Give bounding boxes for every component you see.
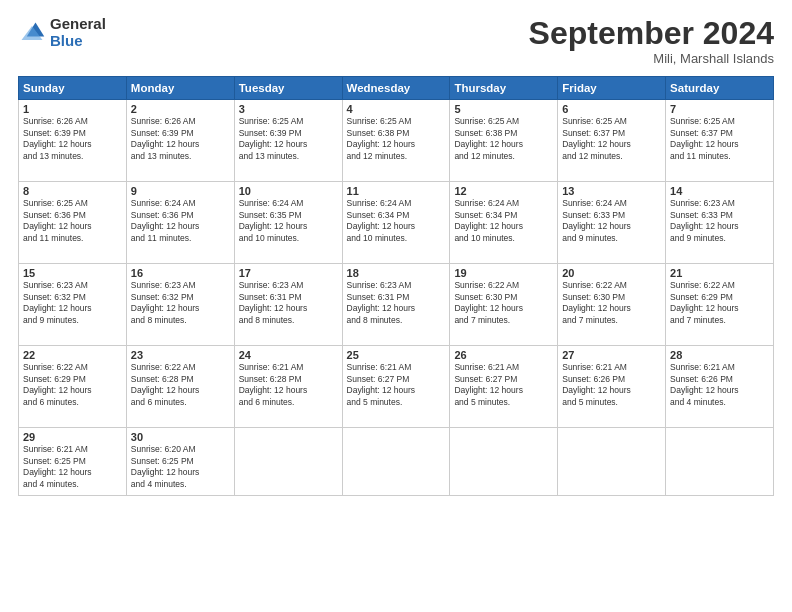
- day-number: 20: [562, 267, 661, 279]
- calendar-cell: 23Sunrise: 6:22 AM Sunset: 6:28 PM Dayli…: [126, 346, 234, 428]
- cell-info: Sunrise: 6:25 AM Sunset: 6:36 PM Dayligh…: [23, 198, 122, 244]
- day-number: 19: [454, 267, 553, 279]
- calendar-cell: 30Sunrise: 6:20 AM Sunset: 6:25 PM Dayli…: [126, 428, 234, 496]
- cell-info: Sunrise: 6:26 AM Sunset: 6:39 PM Dayligh…: [23, 116, 122, 162]
- cell-info: Sunrise: 6:23 AM Sunset: 6:31 PM Dayligh…: [239, 280, 338, 326]
- day-number: 5: [454, 103, 553, 115]
- day-number: 21: [670, 267, 769, 279]
- calendar-cell: 22Sunrise: 6:22 AM Sunset: 6:29 PM Dayli…: [19, 346, 127, 428]
- calendar-week-4: 22Sunrise: 6:22 AM Sunset: 6:29 PM Dayli…: [19, 346, 774, 428]
- calendar-cell: 18Sunrise: 6:23 AM Sunset: 6:31 PM Dayli…: [342, 264, 450, 346]
- cell-info: Sunrise: 6:20 AM Sunset: 6:25 PM Dayligh…: [131, 444, 230, 490]
- day-number: 26: [454, 349, 553, 361]
- weekday-header-monday: Monday: [126, 77, 234, 100]
- logo-text: General Blue: [50, 16, 106, 49]
- title-block: September 2024 Mili, Marshall Islands: [529, 16, 774, 66]
- calendar-cell: 8Sunrise: 6:25 AM Sunset: 6:36 PM Daylig…: [19, 182, 127, 264]
- calendar-cell: 15Sunrise: 6:23 AM Sunset: 6:32 PM Dayli…: [19, 264, 127, 346]
- calendar-cell: 5Sunrise: 6:25 AM Sunset: 6:38 PM Daylig…: [450, 100, 558, 182]
- month-title: September 2024: [529, 16, 774, 51]
- cell-info: Sunrise: 6:24 AM Sunset: 6:34 PM Dayligh…: [454, 198, 553, 244]
- cell-info: Sunrise: 6:25 AM Sunset: 6:37 PM Dayligh…: [562, 116, 661, 162]
- day-number: 12: [454, 185, 553, 197]
- calendar-cell: 19Sunrise: 6:22 AM Sunset: 6:30 PM Dayli…: [450, 264, 558, 346]
- calendar-cell: [666, 428, 774, 496]
- cell-info: Sunrise: 6:22 AM Sunset: 6:30 PM Dayligh…: [454, 280, 553, 326]
- day-number: 28: [670, 349, 769, 361]
- day-number: 23: [131, 349, 230, 361]
- cell-info: Sunrise: 6:24 AM Sunset: 6:35 PM Dayligh…: [239, 198, 338, 244]
- day-number: 7: [670, 103, 769, 115]
- calendar-week-2: 8Sunrise: 6:25 AM Sunset: 6:36 PM Daylig…: [19, 182, 774, 264]
- day-number: 9: [131, 185, 230, 197]
- weekday-header-row: SundayMondayTuesdayWednesdayThursdayFrid…: [19, 77, 774, 100]
- cell-info: Sunrise: 6:24 AM Sunset: 6:34 PM Dayligh…: [347, 198, 446, 244]
- day-number: 15: [23, 267, 122, 279]
- calendar-cell: 4Sunrise: 6:25 AM Sunset: 6:38 PM Daylig…: [342, 100, 450, 182]
- calendar-cell: 10Sunrise: 6:24 AM Sunset: 6:35 PM Dayli…: [234, 182, 342, 264]
- cell-info: Sunrise: 6:22 AM Sunset: 6:28 PM Dayligh…: [131, 362, 230, 408]
- cell-info: Sunrise: 6:22 AM Sunset: 6:29 PM Dayligh…: [23, 362, 122, 408]
- location: Mili, Marshall Islands: [529, 51, 774, 66]
- day-number: 2: [131, 103, 230, 115]
- calendar-table: SundayMondayTuesdayWednesdayThursdayFrid…: [18, 76, 774, 496]
- logo-blue: Blue: [50, 33, 106, 50]
- day-number: 3: [239, 103, 338, 115]
- calendar-week-1: 1Sunrise: 6:26 AM Sunset: 6:39 PM Daylig…: [19, 100, 774, 182]
- day-number: 29: [23, 431, 122, 443]
- day-number: 27: [562, 349, 661, 361]
- calendar-cell: 13Sunrise: 6:24 AM Sunset: 6:33 PM Dayli…: [558, 182, 666, 264]
- weekday-header-friday: Friday: [558, 77, 666, 100]
- calendar-cell: [342, 428, 450, 496]
- cell-info: Sunrise: 6:21 AM Sunset: 6:26 PM Dayligh…: [670, 362, 769, 408]
- cell-info: Sunrise: 6:23 AM Sunset: 6:31 PM Dayligh…: [347, 280, 446, 326]
- weekday-header-thursday: Thursday: [450, 77, 558, 100]
- day-number: 25: [347, 349, 446, 361]
- logo-general: General: [50, 16, 106, 33]
- calendar-cell: 12Sunrise: 6:24 AM Sunset: 6:34 PM Dayli…: [450, 182, 558, 264]
- cell-info: Sunrise: 6:21 AM Sunset: 6:28 PM Dayligh…: [239, 362, 338, 408]
- calendar-cell: 28Sunrise: 6:21 AM Sunset: 6:26 PM Dayli…: [666, 346, 774, 428]
- cell-info: Sunrise: 6:21 AM Sunset: 6:27 PM Dayligh…: [454, 362, 553, 408]
- weekday-header-tuesday: Tuesday: [234, 77, 342, 100]
- calendar-cell: 1Sunrise: 6:26 AM Sunset: 6:39 PM Daylig…: [19, 100, 127, 182]
- cell-info: Sunrise: 6:26 AM Sunset: 6:39 PM Dayligh…: [131, 116, 230, 162]
- calendar-cell: 26Sunrise: 6:21 AM Sunset: 6:27 PM Dayli…: [450, 346, 558, 428]
- calendar-cell: 7Sunrise: 6:25 AM Sunset: 6:37 PM Daylig…: [666, 100, 774, 182]
- calendar-cell: 2Sunrise: 6:26 AM Sunset: 6:39 PM Daylig…: [126, 100, 234, 182]
- calendar-cell: 11Sunrise: 6:24 AM Sunset: 6:34 PM Dayli…: [342, 182, 450, 264]
- page: General Blue September 2024 Mili, Marsha…: [0, 0, 792, 612]
- logo: General Blue: [18, 16, 106, 49]
- day-number: 24: [239, 349, 338, 361]
- day-number: 14: [670, 185, 769, 197]
- cell-info: Sunrise: 6:25 AM Sunset: 6:38 PM Dayligh…: [347, 116, 446, 162]
- calendar-cell: 6Sunrise: 6:25 AM Sunset: 6:37 PM Daylig…: [558, 100, 666, 182]
- cell-info: Sunrise: 6:25 AM Sunset: 6:37 PM Dayligh…: [670, 116, 769, 162]
- calendar-cell: 16Sunrise: 6:23 AM Sunset: 6:32 PM Dayli…: [126, 264, 234, 346]
- calendar-cell: 21Sunrise: 6:22 AM Sunset: 6:29 PM Dayli…: [666, 264, 774, 346]
- day-number: 10: [239, 185, 338, 197]
- day-number: 22: [23, 349, 122, 361]
- calendar-cell: [450, 428, 558, 496]
- cell-info: Sunrise: 6:23 AM Sunset: 6:32 PM Dayligh…: [23, 280, 122, 326]
- calendar-cell: 24Sunrise: 6:21 AM Sunset: 6:28 PM Dayli…: [234, 346, 342, 428]
- day-number: 13: [562, 185, 661, 197]
- calendar-week-5: 29Sunrise: 6:21 AM Sunset: 6:25 PM Dayli…: [19, 428, 774, 496]
- calendar-cell: [234, 428, 342, 496]
- day-number: 8: [23, 185, 122, 197]
- day-number: 17: [239, 267, 338, 279]
- cell-info: Sunrise: 6:25 AM Sunset: 6:38 PM Dayligh…: [454, 116, 553, 162]
- cell-info: Sunrise: 6:21 AM Sunset: 6:27 PM Dayligh…: [347, 362, 446, 408]
- cell-info: Sunrise: 6:22 AM Sunset: 6:29 PM Dayligh…: [670, 280, 769, 326]
- cell-info: Sunrise: 6:23 AM Sunset: 6:33 PM Dayligh…: [670, 198, 769, 244]
- logo-icon: [18, 19, 46, 47]
- calendar-cell: 27Sunrise: 6:21 AM Sunset: 6:26 PM Dayli…: [558, 346, 666, 428]
- day-number: 16: [131, 267, 230, 279]
- calendar-week-3: 15Sunrise: 6:23 AM Sunset: 6:32 PM Dayli…: [19, 264, 774, 346]
- day-number: 6: [562, 103, 661, 115]
- day-number: 1: [23, 103, 122, 115]
- cell-info: Sunrise: 6:21 AM Sunset: 6:26 PM Dayligh…: [562, 362, 661, 408]
- calendar-cell: 17Sunrise: 6:23 AM Sunset: 6:31 PM Dayli…: [234, 264, 342, 346]
- calendar-cell: 29Sunrise: 6:21 AM Sunset: 6:25 PM Dayli…: [19, 428, 127, 496]
- calendar-cell: 3Sunrise: 6:25 AM Sunset: 6:39 PM Daylig…: [234, 100, 342, 182]
